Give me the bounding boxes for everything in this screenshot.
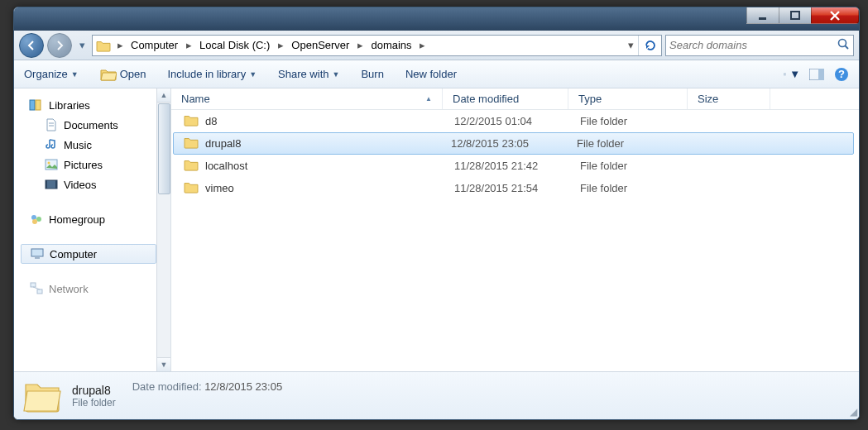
svg-rect-8 (784, 74, 784, 75)
nav-scrollbar[interactable]: ▲ ▼ (156, 88, 170, 371)
homegroup-icon (29, 212, 44, 227)
file-row[interactable]: localhost11/28/2015 21:42File folder (171, 155, 859, 177)
maximize-button[interactable] (779, 7, 812, 24)
preview-pane-button[interactable] (808, 65, 826, 84)
file-row[interactable]: drupal812/8/2015 23:05File folder (173, 132, 854, 155)
address-dropdown[interactable]: ▾ (623, 36, 638, 55)
label: Organize (24, 68, 68, 80)
label: Burn (361, 68, 383, 80)
history-dropdown[interactable]: ▾ (75, 33, 89, 58)
include-in-library-menu[interactable]: Include in library▼ (165, 66, 258, 82)
crumb-label: Computer (131, 39, 178, 51)
help-button[interactable]: ? (832, 65, 851, 84)
file-name: vimeo (205, 182, 234, 194)
chevron-right-icon[interactable]: ▸ (417, 39, 429, 51)
breadcrumb-local-disk[interactable]: Local Disk (C:) (194, 36, 275, 55)
toolbar: Organize▼ Open Include in library▼ Share… (14, 60, 859, 88)
svg-line-30 (33, 287, 40, 289)
tree-pictures[interactable]: Pictures (21, 155, 156, 174)
details-pane: drupal8 File folder Date modified: 12/8/… (14, 371, 859, 419)
file-row[interactable]: d812/2/2015 01:04File folder (171, 110, 859, 132)
chevron-right-icon[interactable]: ▸ (275, 39, 286, 51)
svg-rect-29 (37, 289, 42, 294)
tree-documents[interactable]: Documents (21, 115, 156, 135)
refresh-button[interactable] (638, 36, 661, 55)
tree-music[interactable]: Music (21, 135, 156, 155)
breadcrumb-computer[interactable]: Computer (126, 36, 183, 55)
view-options-button[interactable]: ▼ (783, 65, 801, 84)
forward-button[interactable] (47, 33, 72, 58)
minimize-button[interactable] (746, 7, 779, 24)
svg-rect-4 (784, 73, 784, 74)
search-icon (837, 37, 850, 53)
titlebar (14, 7, 859, 31)
folder-icon (184, 136, 199, 151)
new-folder-button[interactable]: New folder (404, 66, 458, 82)
label: Documents (64, 119, 118, 131)
scroll-thumb[interactable] (158, 103, 170, 194)
chevron-down-icon: ▼ (332, 70, 339, 79)
col-date[interactable]: Date modified (443, 88, 568, 109)
file-row[interactable]: vimeo11/28/2015 21:54File folder (171, 177, 859, 199)
organize-menu[interactable]: Organize▼ (22, 66, 80, 82)
label: New folder (405, 68, 457, 80)
label: Videos (64, 179, 97, 191)
chevron-right-icon[interactable]: ▸ (183, 39, 194, 51)
breadcrumb-domains[interactable]: domains (366, 36, 416, 55)
label: Music (64, 139, 92, 151)
svg-point-19 (48, 162, 50, 165)
breadcrumb-openserver[interactable]: OpenServer (286, 36, 354, 55)
label: Date modified (453, 93, 519, 105)
file-type-cell: File folder (570, 182, 689, 194)
content-area: Name▲ Date modified Type Size d812/2/201… (171, 88, 859, 371)
label: Computer (50, 248, 97, 260)
file-type-cell: File folder (567, 137, 686, 150)
label: Size (698, 93, 718, 105)
folder-large-icon (22, 376, 62, 416)
label: Open (120, 68, 146, 80)
svg-rect-5 (784, 73, 786, 74)
search-input[interactable] (669, 39, 837, 51)
music-icon (44, 137, 59, 152)
chevron-right-icon[interactable]: ▸ (114, 39, 126, 51)
scroll-down-button[interactable]: ▼ (157, 357, 170, 371)
tree-libraries[interactable]: Libraries (21, 95, 156, 115)
folder-icon (184, 113, 199, 129)
file-type-cell: File folder (570, 115, 689, 127)
burn-button[interactable]: Burn (359, 66, 385, 82)
share-with-menu[interactable]: Share with▼ (276, 66, 341, 82)
search-box[interactable] (665, 35, 854, 56)
folder-icon (184, 158, 199, 174)
label: Libraries (49, 99, 90, 112)
back-button[interactable] (19, 33, 44, 58)
navigation-pane: Libraries Documents Music Pictures Video… (14, 88, 171, 371)
tree-videos[interactable]: Videos (21, 174, 156, 194)
close-button[interactable] (811, 7, 859, 24)
col-type[interactable]: Type (568, 88, 688, 109)
details-meta: Date modified: 12/8/2015 23:05 (132, 380, 282, 393)
crumb-label: OpenServer (291, 39, 349, 51)
svg-rect-11 (818, 69, 824, 80)
svg-point-25 (32, 219, 37, 224)
tree-computer[interactable]: Computer (21, 244, 156, 264)
nav-row: ▾ ▸ Computer ▸ Local Disk (C:) ▸ OpenSer… (14, 31, 859, 60)
scroll-up-button[interactable]: ▲ (157, 88, 170, 103)
svg-text:?: ? (838, 68, 845, 80)
chevron-right-icon[interactable]: ▸ (354, 39, 366, 51)
tree-network[interactable]: Network (21, 279, 156, 299)
meta-label: Date modified: (132, 380, 202, 393)
svg-point-23 (31, 215, 36, 220)
col-size[interactable]: Size (688, 88, 770, 109)
address-bar[interactable]: ▸ Computer ▸ Local Disk (C:) ▸ OpenServe… (92, 35, 662, 56)
tree-homegroup[interactable]: Homegroup (21, 209, 156, 229)
crumb-label: Local Disk (C:) (199, 39, 270, 51)
file-name: localhost (205, 160, 247, 172)
explorer-window: ▾ ▸ Computer ▸ Local Disk (C:) ▸ OpenSer… (13, 7, 860, 420)
column-headers: Name▲ Date modified Type Size (171, 88, 859, 110)
folder-open-icon (100, 67, 117, 82)
file-list: d812/2/2015 01:04File folderdrupal812/8/… (171, 110, 859, 371)
col-name[interactable]: Name▲ (171, 88, 443, 109)
svg-line-3 (846, 46, 849, 50)
open-button[interactable]: Open (98, 65, 148, 84)
svg-rect-0 (759, 17, 766, 20)
